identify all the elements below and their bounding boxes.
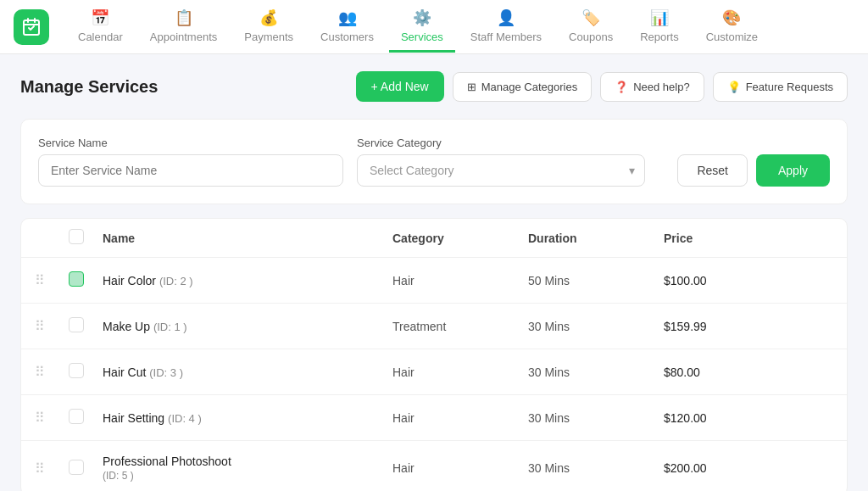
row-category: Hair: [392, 365, 528, 379]
row-checkbox-5[interactable]: [69, 460, 84, 475]
services-nav-icon: ⚙️: [413, 8, 431, 27]
row-checkbox-wrap: [69, 409, 103, 427]
nav-items-container: 📅 Calendar 📋 Appointments 💰 Payments 👥 C…: [66, 2, 854, 53]
row-checkbox-wrap: [69, 317, 103, 335]
table-row[interactable]: ⠿ Professional Photoshoot (ID: 5 ) Hair …: [21, 441, 847, 491]
service-category-filter-group: Service Category Select Category Hair Tr…: [357, 137, 645, 187]
drag-handle[interactable]: ⠿: [35, 460, 69, 477]
row-category: Hair: [392, 411, 528, 425]
row-checkbox-wrap: [69, 271, 103, 289]
appointments-nav-label: Appointments: [150, 31, 218, 43]
customize-nav-label: Customize: [706, 31, 758, 43]
nav-item-customers[interactable]: 👥 Customers: [309, 2, 386, 53]
calendar-nav-icon: 📅: [91, 8, 109, 27]
row-duration: 30 Mins: [528, 320, 664, 333]
calendar-nav-label: Calendar: [78, 31, 123, 43]
drag-handle[interactable]: ⠿: [35, 410, 69, 426]
row-price: $80.00: [664, 365, 799, 379]
nav-item-calendar[interactable]: 📅 Calendar: [66, 2, 135, 53]
manage-categories-button[interactable]: ⊞ Manage Categories: [453, 72, 592, 102]
table-row[interactable]: ⠿ Hair Color (ID: 2 ) Hair 50 Mins $100.…: [21, 258, 847, 304]
filter-actions: Reset Apply: [677, 154, 830, 187]
service-name: Hair Setting (ID: 4 ): [103, 411, 392, 425]
service-name: Hair Color (ID: 2 ): [103, 274, 392, 287]
services-nav-label: Services: [401, 31, 443, 43]
row-duration: 30 Mins: [528, 365, 664, 379]
row-price: $200.00: [664, 461, 799, 475]
staff-nav-label: Staff Members: [470, 31, 542, 43]
service-name-input[interactable]: [38, 154, 343, 187]
svg-rect-0: [24, 20, 39, 35]
nav-item-staff[interactable]: 👤 Staff Members: [459, 2, 554, 53]
payments-nav-label: Payments: [244, 31, 293, 43]
service-name-label: Service Name: [38, 137, 343, 149]
main-content: Manage Services + Add New ⊞ Manage Categ…: [0, 54, 868, 491]
customers-nav-label: Customers: [320, 31, 374, 43]
coupons-nav-label: Coupons: [569, 31, 613, 43]
nav-item-appointments[interactable]: 📋 Appointments: [138, 2, 230, 53]
drag-handle[interactable]: ⠿: [35, 272, 69, 288]
service-category-select[interactable]: Select Category Hair Treatment: [357, 154, 645, 187]
drag-handle[interactable]: ⠿: [35, 318, 69, 334]
row-checkbox-wrap: [69, 460, 103, 477]
service-name: Hair Cut (ID: 3 ): [103, 365, 392, 379]
reset-button[interactable]: Reset: [677, 154, 748, 187]
price-col-header: Price: [664, 232, 799, 245]
row-price: $159.99: [664, 320, 799, 333]
row-checkbox-3[interactable]: [69, 363, 84, 378]
row-checkbox-1[interactable]: [69, 317, 84, 332]
category-col-header: Category: [392, 232, 528, 245]
add-new-button[interactable]: + Add New: [356, 71, 444, 102]
duration-col-header: Duration: [528, 232, 664, 245]
row-duration: 30 Mins: [528, 411, 664, 425]
need-help-button[interactable]: ❓ Need help?: [600, 72, 704, 102]
drag-handle[interactable]: ⠿: [35, 364, 69, 380]
nav-item-coupons[interactable]: 🏷️ Coupons: [557, 2, 625, 53]
row-duration: 30 Mins: [528, 461, 664, 475]
table-row[interactable]: ⠿ Make Up (ID: 1 ) Treatment 30 Mins $15…: [21, 304, 847, 349]
row-checkbox-wrap: [69, 363, 103, 381]
appointments-nav-icon: 📋: [175, 8, 193, 27]
reports-nav-label: Reports: [640, 31, 679, 43]
row-checkbox-2[interactable]: [69, 271, 84, 287]
header-actions: + Add New ⊞ Manage Categories ❓ Need hel…: [356, 71, 848, 102]
row-price: $120.00: [664, 411, 799, 425]
name-col-header: Name: [103, 232, 392, 245]
row-duration: 50 Mins: [528, 274, 664, 287]
top-navigation: 📅 Calendar 📋 Appointments 💰 Payments 👥 C…: [0, 0, 868, 54]
nav-item-services[interactable]: ⚙️ Services: [389, 2, 455, 53]
service-category-label: Service Category: [357, 137, 645, 149]
table-body: ⠿ Hair Color (ID: 2 ) Hair 50 Mins $100.…: [21, 258, 847, 491]
payments-nav-icon: 💰: [259, 8, 278, 27]
filter-section: Service Name Service Category Select Cat…: [20, 119, 848, 204]
customers-nav-icon: 👥: [338, 8, 357, 27]
page-header: Manage Services + Add New ⊞ Manage Categ…: [20, 71, 848, 102]
service-category-select-wrap: Select Category Hair Treatment ▾: [357, 154, 645, 187]
row-price: $100.00: [664, 274, 799, 287]
grid-icon: ⊞: [467, 81, 476, 93]
table-header: Name Category Duration Price: [21, 219, 847, 258]
table-row[interactable]: ⠿ Hair Cut (ID: 3 ) Hair 30 Mins $80.00: [21, 349, 847, 395]
checkbox-col-header: [69, 229, 103, 247]
row-category: Treatment: [392, 320, 528, 333]
help-icon: ❓: [615, 81, 628, 93]
nav-item-customize[interactable]: 🎨 Customize: [694, 2, 770, 53]
customize-nav-icon: 🎨: [722, 8, 741, 27]
select-all-checkbox[interactable]: [69, 229, 84, 244]
row-category: Hair: [392, 461, 528, 475]
apply-button[interactable]: Apply: [756, 154, 830, 187]
service-name: Make Up (ID: 1 ): [103, 320, 392, 333]
table-row[interactable]: ⠿ Hair Setting (ID: 4 ) Hair 30 Mins $12…: [21, 395, 847, 441]
row-category: Hair: [392, 274, 528, 287]
app-logo[interactable]: [14, 9, 49, 45]
filter-row: Service Name Service Category Select Cat…: [38, 137, 830, 187]
services-table: Name Category Duration Price ⠿ Hair Colo…: [20, 218, 848, 491]
nav-item-payments[interactable]: 💰 Payments: [232, 2, 305, 53]
staff-nav-icon: 👤: [497, 8, 515, 27]
feature-requests-button[interactable]: 💡 Feature Requests: [713, 72, 848, 102]
bulb-icon: 💡: [727, 81, 741, 93]
nav-item-reports[interactable]: 📊 Reports: [628, 2, 691, 53]
service-name-filter-group: Service Name: [38, 137, 343, 187]
page-title: Manage Services: [20, 77, 158, 97]
row-checkbox-4[interactable]: [69, 409, 84, 424]
